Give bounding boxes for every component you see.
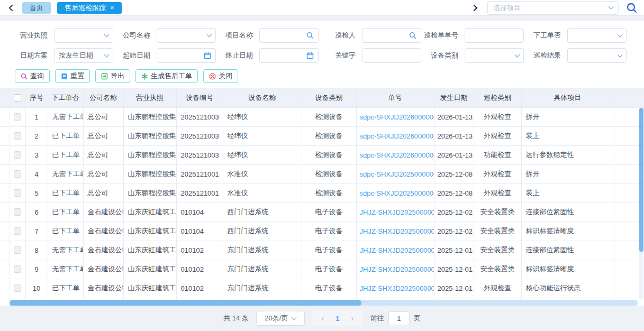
table-cell: JHJZ-SHXJD20250000002	[356, 241, 434, 260]
column-header: 设备类别	[302, 88, 356, 107]
inspection-table: 序号下工单否公司名称营业执照设备编号设备名称设备类别单号发生日期巡检类别具体项目…	[0, 88, 644, 306]
filter-input[interactable]	[469, 32, 519, 40]
horizontal-scrollbar-thumb[interactable]	[10, 300, 361, 306]
tab-after-sales-inspection[interactable]: 售后巡检跟踪 ×	[57, 2, 122, 14]
table-cell: 6	[25, 203, 48, 222]
button-label: 重置	[70, 71, 84, 81]
row-checkbox[interactable]	[14, 170, 21, 178]
search-field[interactable]	[259, 28, 319, 43]
table-cell: 2025121003	[176, 126, 223, 145]
row-checkbox[interactable]	[14, 189, 21, 197]
order-number-link[interactable]: JHJZ-SHXJD20250000002	[360, 284, 434, 292]
table-row: 1无需下工单总公司山东鹏程控股集团有2025121003经纬仪检测设备sdpc-…	[0, 107, 644, 126]
search-field[interactable]	[362, 28, 421, 43]
column-header: 营业执照	[123, 88, 176, 107]
filter-input[interactable]	[572, 32, 616, 40]
select-field[interactable]	[54, 48, 113, 63]
goto-page-input[interactable]	[388, 311, 410, 325]
filter-input[interactable]	[367, 32, 407, 40]
close-button[interactable]: 关闭	[203, 69, 238, 83]
project-select-input[interactable]	[493, 4, 609, 12]
next-page-button[interactable]: ›	[345, 314, 360, 323]
tab-close-icon[interactable]: ×	[110, 5, 114, 11]
page-size-select[interactable]: 20条/页	[256, 311, 305, 326]
filter-label: 下工单否	[524, 31, 561, 40]
row-checkbox[interactable]	[14, 246, 21, 254]
prev-page-button[interactable]: ‹	[315, 314, 330, 323]
tabs-scroll-left-icon[interactable]	[6, 3, 16, 13]
order-number-link[interactable]: JHJZ-SHXJD20250000002	[360, 246, 434, 254]
order-number-link[interactable]: sdpc-SHXJD20250000003	[360, 170, 434, 178]
filter-item: 终止日期	[216, 48, 319, 63]
table-cell: 山东鹏程控股集团有	[123, 183, 176, 203]
project-select[interactable]	[487, 1, 619, 15]
table-cell: 核心功能运行状态	[521, 279, 614, 298]
order-number-link[interactable]: JHJZ-SHXJD20250000002	[360, 265, 434, 273]
date-field[interactable]	[259, 48, 319, 63]
order-number-link[interactable]: sdpc-SHXJD20260000001	[360, 151, 434, 159]
table-cell: 10	[25, 279, 48, 298]
select-field[interactable]	[157, 28, 216, 43]
date-field[interactable]	[157, 48, 216, 63]
button-label: 生成售后工单	[151, 71, 192, 81]
filter-input[interactable]	[367, 52, 416, 60]
row-checkbox[interactable]	[14, 132, 21, 140]
order-number-link[interactable]: sdpc-SHXJD20260000001	[360, 132, 434, 140]
filter-input[interactable]	[264, 52, 304, 60]
export-button[interactable]: 导出	[95, 69, 130, 83]
table-cell: sdpc-SHXJD20250000003	[356, 164, 434, 183]
filter-input[interactable]	[161, 52, 202, 60]
table-cell: 山东鹏程控股集团有	[123, 107, 176, 126]
table-cell: JHJZ-SHXJD20250000003	[356, 222, 434, 241]
generate-icon	[141, 73, 148, 80]
button-label: 关闭	[219, 71, 232, 81]
reset-button[interactable]: 重置	[55, 69, 90, 83]
row-checkbox[interactable]	[14, 265, 21, 273]
table-cell: 安全装置类	[474, 260, 521, 279]
select-field[interactable]	[567, 28, 627, 43]
order-number-link[interactable]: sdpc-SHXJD20250000003	[360, 189, 434, 197]
current-page-button[interactable]: 1	[330, 315, 345, 323]
text-field[interactable]	[362, 48, 421, 63]
vertical-scrollbar[interactable]	[639, 108, 643, 299]
query-button[interactable]: 查询	[15, 69, 50, 83]
table-row: 8无需下工单金石建设公司山东庆虹建筑工程有010102东门门进系统电子设备JHJ…	[0, 241, 644, 260]
filter-input[interactable]	[59, 32, 103, 40]
table-cell: JHJZ-SHXJD20250000003	[356, 203, 434, 222]
order-number-link[interactable]: JHJZ-SHXJD20250000003	[360, 227, 434, 235]
filter-input[interactable]	[469, 52, 513, 60]
chevron-down-icon	[105, 35, 108, 36]
select-field[interactable]	[54, 28, 113, 43]
row-checkbox[interactable]	[14, 113, 21, 121]
vertical-scrollbar-thumb[interactable]	[639, 108, 643, 252]
horizontal-scrollbar[interactable]	[10, 300, 638, 306]
order-number-link[interactable]: sdpc-SHXJD20260000001	[360, 113, 434, 121]
button-label: 查询	[30, 71, 44, 81]
tabs-scroll-right-icon[interactable]	[470, 3, 480, 13]
table-cell: 已下工单	[48, 222, 83, 241]
global-search-icon[interactable]	[626, 2, 638, 14]
row-checkbox[interactable]	[14, 151, 21, 159]
select-field[interactable]	[567, 48, 627, 63]
table-row: 10已下工单金石建设公司山东庆虹建筑工程有010102东门门进系统电子设备JHJ…	[0, 279, 644, 298]
filter-input[interactable]	[161, 32, 205, 40]
row-checkbox[interactable]	[14, 284, 21, 292]
filter-input[interactable]	[59, 52, 103, 60]
tab-home[interactable]: 首页	[22, 2, 51, 14]
select-field[interactable]	[465, 48, 524, 63]
row-checkbox[interactable]	[14, 208, 21, 216]
filter-input[interactable]	[264, 32, 304, 40]
table-cell: 经纬仪	[223, 107, 302, 126]
table-cell: 安全装置类	[474, 241, 521, 260]
table-cell: 金石建设公司	[83, 260, 123, 279]
table-cell: 西门门进系统	[223, 203, 302, 222]
table-cell: 金石建设公司	[83, 203, 123, 222]
tab-bar: 首页 售后巡检跟踪 ×	[0, 0, 644, 16]
text-field[interactable]	[465, 28, 524, 43]
generate-workorder-button[interactable]: 生成售后工单	[135, 69, 198, 83]
row-checkbox[interactable]	[14, 227, 21, 235]
table-cell: 2025-12-02	[434, 222, 474, 241]
order-number-link[interactable]: JHJZ-SHXJD20250000003	[360, 208, 434, 216]
select-all-checkbox[interactable]	[14, 94, 21, 102]
filter-input[interactable]	[572, 52, 616, 60]
